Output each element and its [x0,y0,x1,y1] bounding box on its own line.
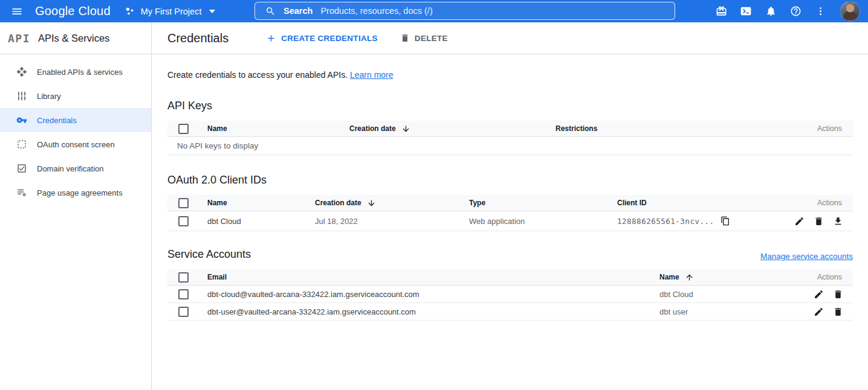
sort-descending-icon [401,124,410,133]
service-account-email[interactable]: dbt-cloud@vaulted-arcana-332422.iam.gser… [207,290,659,299]
trash-icon[interactable] [833,289,843,299]
search-icon [265,6,276,16]
oauth-client-name[interactable]: dbt Cloud [207,217,315,226]
google-cloud-logo[interactable]: Google Cloud [35,4,111,18]
learn-more-link[interactable]: Learn more [350,70,394,80]
cloud-shell-icon[interactable] [740,5,752,18]
library-icon [16,91,27,101]
edit-icon[interactable] [794,216,805,226]
name-label: Name [659,273,679,281]
column-header-type[interactable]: Type [469,199,617,207]
sort-descending-icon [367,199,376,208]
sidebar-item-oauth-consent[interactable]: OAuth consent screen [0,132,151,156]
sidebar-item-credentials[interactable]: Credentials [0,108,151,132]
api-keys-table: Name Creation date Restrictions Actions … [167,121,853,155]
sidebar-item-label: Library [37,92,61,101]
column-header-creation-date[interactable]: Creation date [349,124,555,133]
gift-icon[interactable] [715,5,727,18]
oauth-client-id-cell: 128886265561-3ncv... [617,216,780,226]
oauth-table: Name Creation date Type Client ID Action… [167,195,853,231]
menu-icon[interactable] [9,4,25,19]
column-header-creation-date[interactable]: Creation date [315,199,469,208]
more-vertical-icon[interactable] [814,5,826,18]
user-avatar[interactable] [840,1,860,21]
column-header-name[interactable]: Name [659,273,798,282]
column-header-restrictions[interactable]: Restrictions [555,124,798,133]
oauth-table-header: Name Creation date Type Client ID Action… [167,195,853,211]
row-checkbox[interactable] [178,216,189,226]
page-title: Credentials [167,31,228,45]
sidebar-item-label: Credentials [37,116,77,125]
column-header-name[interactable]: Name [207,124,349,133]
chevron-down-icon [209,10,215,13]
delete-label: DELETE [415,34,448,43]
delete-button[interactable]: DELETE [400,33,448,43]
column-header-client-id[interactable]: Client ID [617,199,780,207]
oauth-heading: OAuth 2.0 Client IDs [167,174,853,187]
row-checkbox[interactable] [178,289,189,299]
main-content: Create credentials to access your enable… [152,54,868,390]
api-keys-table-header: Name Creation date Restrictions Actions [167,121,853,137]
search-label: Search [283,6,313,16]
project-icon [124,5,135,17]
sidebar-item-label: Enabled APIs & services [37,68,123,77]
edit-icon[interactable] [814,289,824,299]
select-all-checkbox[interactable] [178,272,189,283]
notifications-icon[interactable] [765,5,777,18]
select-all-checkbox[interactable] [178,124,189,134]
service-accounts-heading-row: Service Accounts Manage service accounts [167,248,853,261]
creation-date-label: Creation date [349,124,396,133]
search-placeholder: Products, resources, docs (/) [320,6,432,16]
table-row: dbt-user@vaulted-arcana-332422.iam.gserv… [167,303,853,321]
sidebar-item-label: Domain verification [37,164,104,173]
page-header: Credentials CREATE CREDENTIALS DELETE [152,22,868,54]
help-icon[interactable] [789,5,802,18]
client-id-value: 128886265561-3ncv... [617,217,714,226]
download-icon[interactable] [833,216,843,226]
sidebar-title: APIs & Services [38,33,109,44]
sidebar-nav: Enabled APIs & services Library Credenti… [0,54,151,205]
service-account-email[interactable]: dbt-user@vaulted-arcana-332422.iam.gserv… [207,307,659,316]
create-credentials-button[interactable]: CREATE CREDENTIALS [266,33,378,43]
service-account-name: dbt user [659,307,798,316]
trash-icon [400,33,410,43]
service-account-name: dbt Cloud [659,290,798,299]
table-row: dbt Cloud Jul 18, 2022 Web application 1… [167,211,853,231]
sidebar-item-enabled-apis[interactable]: Enabled APIs & services [0,60,151,84]
trash-icon[interactable] [814,216,824,226]
dashed-square-icon [16,139,27,150]
service-accounts-table-header: Email Name Actions [167,269,853,286]
create-credentials-label: CREATE CREDENTIALS [281,34,378,43]
open-with-icon [16,66,27,77]
column-header-actions: Actions [817,199,853,207]
creation-date-label: Creation date [315,199,361,207]
sidebar-item-label: OAuth consent screen [37,140,115,149]
topbar-actions [715,0,860,22]
edit-icon[interactable] [814,307,824,317]
intro-text: Create credentials to access your enable… [167,70,853,80]
search-input[interactable]: Search Products, resources, docs (/) [254,2,675,20]
trash-icon[interactable] [833,307,843,317]
plus-icon [266,33,276,43]
sidebar-item-label: Page usage agreements [37,188,123,197]
oauth-client-type: Web application [469,217,617,226]
column-header-email[interactable]: Email [207,273,659,281]
sidebar-item-library[interactable]: Library [0,84,151,108]
checkbox-check-icon [16,163,27,174]
sidebar-item-domain-verification[interactable]: Domain verification [0,156,151,181]
manage-service-accounts-link[interactable]: Manage service accounts [760,252,853,261]
row-checkbox[interactable] [178,307,189,317]
sidebar-item-page-usage[interactable]: Page usage agreements [0,181,151,205]
intro-sentence: Create credentials to access your enable… [167,70,348,80]
copy-icon[interactable] [721,216,730,226]
select-all-checkbox[interactable] [178,198,189,208]
project-switcher[interactable]: My First Project [124,5,216,17]
list-gear-icon [16,187,27,198]
project-name: My First Project [141,7,202,16]
sort-ascending-icon [685,273,694,282]
row-actions [814,307,853,317]
row-actions [794,216,853,226]
service-accounts-heading: Service Accounts [167,248,251,261]
top-bar: Google Cloud My First Project Search Pro… [0,0,868,22]
column-header-name[interactable]: Name [207,199,315,207]
